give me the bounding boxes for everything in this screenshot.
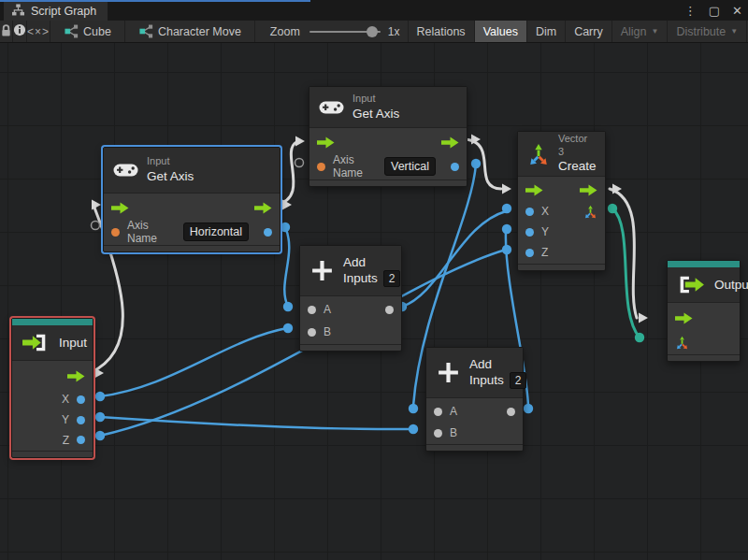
flow-port-in[interactable] [317,136,335,149]
toolbar-button-label: Values [483,25,518,38]
vector3-mini-icon[interactable] [583,205,597,219]
wire-endpoint-dot [409,424,418,434]
wire-add1-result-to-vector3-x[interactable] [402,211,506,307]
wire-getaxis-horizontal-value-to-add1-a[interactable] [284,227,289,307]
node-title-block: AddInputs2 [469,356,513,390]
wire-endpoint-dot [502,224,511,234]
node-row: A [300,298,401,321]
flow-port-in[interactable] [525,184,543,196]
gray-value-port-in[interactable] [308,328,316,337]
unconnected-ring-horizontal [92,222,100,230]
gray-value-port-in[interactable] [434,429,442,438]
blue-value-port-in[interactable] [525,228,534,237]
blue-value-port-in[interactable] [525,208,534,216]
vector3-icon [527,143,550,165]
graph-button-cube[interactable]: Cube [50,21,125,42]
port-label: X [541,205,549,218]
wire-endpoint-dot [409,404,418,413]
zoom-slider[interactable] [309,31,381,33]
toolbar-button-carry[interactable]: Carry [566,21,612,42]
blue-value-port-in[interactable] [525,249,534,257]
node-add-1[interactable]: AddInputs2AB [299,245,402,352]
flow-port-in[interactable] [675,312,693,324]
graph-button-character-move[interactable]: Character Move [125,21,255,42]
port-label: Y [541,225,549,238]
unity-script-graph-window: InputGet AxisAxis NameVerticalInputGet A… [0,0,748,560]
title-bar: Script Graph ⋮ ▢ ✕ [0,0,748,21]
wire-endpoint-dot [502,204,511,213]
flow-port-out[interactable] [580,184,597,196]
node-output[interactable]: Output [667,260,741,362]
gray-value-port-in[interactable] [308,306,316,314]
node-row: X [518,201,605,222]
node-row: A [426,400,523,423]
toolbar-button-relations[interactable]: Relations [409,21,475,42]
node-title-block: InputGet Axis [147,155,194,184]
chevron-down-icon: ▼ [730,27,738,36]
vector3-mini-icon[interactable] [675,336,689,350]
port-label: A [324,303,331,316]
toolbar-button-align[interactable]: Align▼ [612,21,669,42]
value-field[interactable]: Vertical [384,157,436,176]
orange-value-port-in[interactable] [317,163,325,171]
graph-button-label: Character Move [158,25,241,38]
wire-getaxis-vertical-flow-to-vector3[interactable] [465,139,501,189]
tab-label: Script Graph [31,5,96,18]
flow-port-out[interactable] [254,202,272,214]
node-vector3-create[interactable]: Vector 3CreateXYZ [517,131,606,271]
node-get-axis-vertical[interactable]: InputGet AxisAxis NameVertical [309,86,468,187]
blue-value-port-out[interactable] [264,228,272,237]
wire-arrowhead [295,136,305,147]
node-title-line2: Inputs2 [469,372,513,389]
lock-button[interactable] [0,21,13,42]
inputs-count-field[interactable]: 2 [383,270,401,287]
toolbar-button-values[interactable]: Values [475,21,527,42]
wire-input-x-to-add1-b[interactable] [100,328,287,396]
tab-script-graph[interactable]: Script Graph [4,2,108,21]
wire-endpoint-dot [524,404,533,413]
node-row [104,195,280,220]
blue-value-port-out[interactable] [451,163,459,171]
node-subtitle: Vector 3 [558,133,596,159]
toolbar-button-label: Carry [574,25,603,38]
maximize-icon[interactable]: ▢ [709,5,720,17]
node-header: Output [668,267,740,303]
orange-value-port-in[interactable] [111,228,120,237]
flow-port-in[interactable] [111,202,129,214]
node-footer [518,264,605,270]
flow-port-out[interactable] [441,136,459,149]
gray-value-port-out[interactable] [385,306,394,314]
plus-icon [436,360,461,385]
gray-value-port-in[interactable] [434,408,442,416]
zoom-slider-handle[interactable] [367,26,378,37]
inputs-count-field[interactable]: 2 [510,372,527,389]
blue-value-port-out[interactable] [77,416,85,424]
toolbar-button-distribute[interactable]: Distribute▼ [668,21,747,42]
node-add-2[interactable]: AddInputs2AB [425,347,524,452]
toolbar-button-label: Align [621,25,647,38]
zoom-label: Zoom [270,25,300,38]
node-row: B [300,321,401,343]
node-row [309,130,467,154]
node-title: Get Axis [147,168,194,185]
port-label: Y [62,413,69,426]
zoom-control: Zoom 1x [255,21,408,42]
node-title-block: Vector 3Create [558,133,596,175]
node-footer [668,354,740,361]
node-body: AB [300,296,401,344]
gray-value-port-out[interactable] [507,408,515,416]
wire-arrowhead [639,313,648,323]
code-view-button[interactable]: <×> [27,21,50,42]
close-icon[interactable]: ✕ [732,5,742,17]
blue-value-port-out[interactable] [77,436,85,444]
node-header: Input [12,325,93,361]
blue-value-port-out[interactable] [77,395,85,404]
info-button[interactable] [13,21,27,42]
graph-button-label: Cube [83,25,111,38]
flow-port-out[interactable] [67,370,85,382]
node-get-axis-horizontal[interactable]: InputGet AxisAxis NameHorizontal [103,147,280,252]
value-field[interactable]: Horizontal [183,223,249,241]
kebab-menu-icon[interactable]: ⋮ [684,5,697,17]
node-input[interactable]: InputXYZ [11,318,94,458]
toolbar-button-dim[interactable]: Dim [527,21,566,42]
